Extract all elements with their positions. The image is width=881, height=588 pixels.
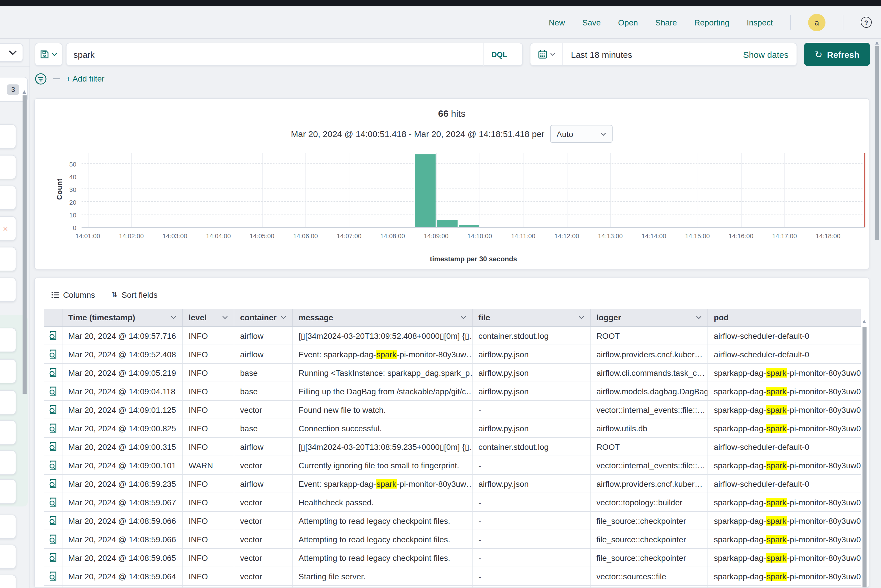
field-card[interactable] [0,575,16,588]
cell-message: Attempting to read legacy checkpoint fil… [293,530,473,548]
expand-document-button[interactable] [44,567,63,585]
field-card[interactable] [0,479,16,504]
inspect-document-icon [48,497,58,507]
column-header-label: level [189,313,206,322]
chevron-down-icon[interactable] [696,316,702,319]
scroll-up-arrow-icon[interactable] [875,41,878,45]
y-axis-tick-label: 20 [69,199,77,206]
nav-save[interactable]: Save [582,18,601,27]
columns-button[interactable]: Columns [51,290,95,299]
interval-select[interactable]: Auto [550,125,613,143]
cell-message: Filling up the DagBag from /stackable/ap… [293,382,473,400]
nav-new[interactable]: New [549,18,565,27]
chart-vertical-gridline [567,153,567,227]
field-card[interactable] [0,278,16,302]
field-card[interactable] [0,544,16,569]
cell-message: Event: sparkapp-dag-spark-pi-monitor-80y… [293,475,473,493]
expand-document-button[interactable] [44,327,63,345]
field-card[interactable] [0,155,16,179]
page-scrollbar[interactable] [875,39,879,588]
show-dates-button[interactable]: Show dates [743,50,797,59]
field-card[interactable] [0,124,16,148]
cell-level: INFO [183,419,234,437]
cell-message: Connection successful. [293,419,473,437]
cell-time: Mar 20, 2024 @ 14:08:59.064 [63,567,183,585]
x-axis-tick-label: 14:12:00 [555,232,579,239]
add-filter-button[interactable]: + Add filter [66,74,104,83]
field-card[interactable] [0,359,16,383]
x-axis-tick-label: 14:05:00 [250,232,275,239]
expand-document-button[interactable] [44,382,63,400]
search-input[interactable]: spark DQL [66,43,523,66]
field-card[interactable] [0,390,16,414]
expand-document-button[interactable] [44,512,63,530]
field-card[interactable]: × [0,216,16,240]
column-header-level[interactable]: level [183,309,234,326]
chevron-down-icon[interactable] [171,316,176,319]
field-card[interactable] [0,186,16,210]
sort-fields-button[interactable]: ⇅ Sort fields [111,290,158,299]
field-card[interactable] [0,420,16,445]
chevron-down-icon[interactable] [281,316,286,319]
column-header-label: file [478,313,490,322]
time-range-value[interactable]: Last 18 minutes [563,50,743,59]
expand-document-button[interactable] [44,475,63,493]
cell-level: INFO [183,438,234,456]
table-scrollbar[interactable] [863,327,866,587]
field-card[interactable] [0,328,16,352]
column-header-pod[interactable]: pod [708,309,861,326]
filter-icon[interactable] [35,72,47,85]
chevron-down-icon[interactable] [579,316,584,319]
cell-container [234,586,293,587]
date-quick-select-button[interactable] [531,44,563,65]
expand-document-button[interactable] [44,456,63,474]
expand-document-button[interactable] [44,438,63,456]
column-header-container[interactable]: container [234,309,293,326]
expand-document-button[interactable] [44,586,63,587]
collapse-sidebar-button[interactable] [0,44,23,62]
expand-document-button[interactable] [44,493,63,511]
user-avatar[interactable]: a [808,14,825,31]
expand-document-button[interactable] [44,345,63,363]
inspect-document-icon [48,331,58,340]
histogram-bar[interactable] [437,220,457,227]
chevron-down-icon[interactable] [222,316,228,319]
table-row: Mar 20, 2024 @ 14:09:00.315INFOairflow[▯… [44,438,861,456]
table-scrollbar-thumb[interactable] [863,327,866,587]
sidebar-scrollbar-thumb[interactable] [23,95,27,394]
nav-open[interactable]: Open [618,18,638,27]
scroll-up-arrow-icon[interactable] [23,90,26,94]
column-header-logger[interactable]: logger [591,309,708,326]
chart-vertical-gridline [436,153,437,227]
field-card[interactable] [0,514,16,539]
expand-document-button[interactable] [44,549,63,567]
nav-reporting[interactable]: Reporting [694,18,729,27]
chevron-down-icon[interactable] [460,316,466,319]
expand-document-button[interactable] [44,364,63,382]
y-axis-tick-label: 40 [69,173,77,180]
field-card[interactable] [0,247,16,271]
saved-query-menu-button[interactable] [35,43,63,66]
column-header-message[interactable]: message [293,309,473,326]
cell-message: Currently ignoring file too small to fin… [293,456,473,474]
sidebar-scrollbar[interactable] [23,90,27,588]
nav-inspect[interactable]: Inspect [747,18,773,27]
histogram-bar[interactable] [415,154,436,227]
query-language-button[interactable]: DQL [483,50,516,58]
chart-vertical-gridline [480,153,480,227]
scroll-up-arrow-icon[interactable] [863,320,866,323]
column-header-file[interactable]: file [473,309,591,326]
chart-plot[interactable]: Count 14:01:0014:02:0014:03:0014:04:0014… [81,153,865,228]
field-card[interactable] [0,450,16,475]
help-icon[interactable]: ? [861,17,872,28]
expand-document-button[interactable] [44,400,63,418]
refresh-button[interactable]: ↻ Refresh [804,43,870,66]
remove-field-icon[interactable]: × [0,224,8,233]
x-axis-tick-label: 14:09:00 [424,232,449,239]
histogram-bar[interactable] [459,225,479,227]
page-scrollbar-thumb[interactable] [875,46,879,240]
column-header-time[interactable]: Time (timestamp) [63,309,183,326]
expand-document-button[interactable] [44,419,63,437]
expand-document-button[interactable] [44,530,63,548]
nav-share[interactable]: Share [655,18,677,27]
